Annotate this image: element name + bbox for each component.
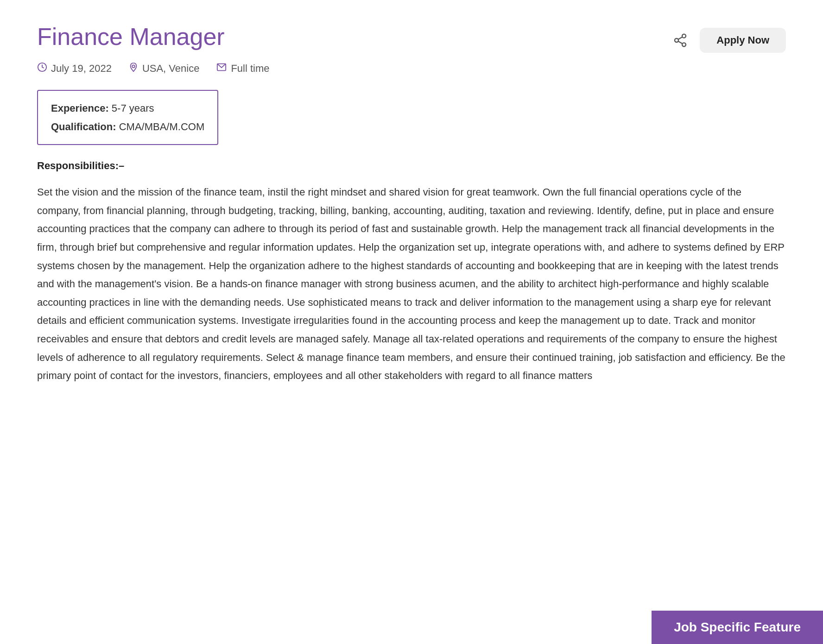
experience-line: Experience: 5-7 years xyxy=(51,99,204,118)
share-icon xyxy=(673,33,688,48)
meta-location: USA, Venice xyxy=(128,62,200,75)
qualification-label: Qualification: xyxy=(51,121,116,133)
experience-value: 5-7 years xyxy=(112,102,154,114)
header-actions: Apply Now xyxy=(670,28,786,53)
responsibilities-heading: Responsibilities:– xyxy=(37,160,786,172)
svg-line-3 xyxy=(678,41,683,44)
svg-point-1 xyxy=(675,38,678,42)
qualification-value: CMA/MBA/M.COM xyxy=(119,121,205,133)
share-button[interactable] xyxy=(670,30,690,51)
svg-line-4 xyxy=(678,37,683,39)
meta-job-type: Full time xyxy=(216,62,269,75)
email-icon xyxy=(216,62,227,75)
job-title: Finance Manager xyxy=(37,22,225,51)
header-row: Finance Manager Apply Now xyxy=(37,22,786,53)
experience-label: Experience: xyxy=(51,102,109,114)
info-box: Experience: 5-7 years Qualification: CMA… xyxy=(37,90,218,145)
meta-row: July 19, 2022 USA, Venice Full time xyxy=(37,62,786,75)
job-specific-banner[interactable]: Job Specific Feature xyxy=(652,611,823,644)
location-icon xyxy=(128,62,139,75)
svg-point-2 xyxy=(682,43,686,46)
meta-date: July 19, 2022 xyxy=(37,62,112,75)
job-type-value: Full time xyxy=(231,63,269,75)
qualification-line: Qualification: CMA/MBA/M.COM xyxy=(51,118,204,136)
apply-now-button[interactable]: Apply Now xyxy=(700,28,786,53)
responsibilities-body: Set the vision and the mission of the fi… xyxy=(37,183,786,385)
location-value: USA, Venice xyxy=(142,63,200,75)
date-value: July 19, 2022 xyxy=(51,63,112,75)
clock-icon xyxy=(37,62,47,75)
svg-point-6 xyxy=(132,65,135,68)
svg-point-0 xyxy=(682,34,686,38)
